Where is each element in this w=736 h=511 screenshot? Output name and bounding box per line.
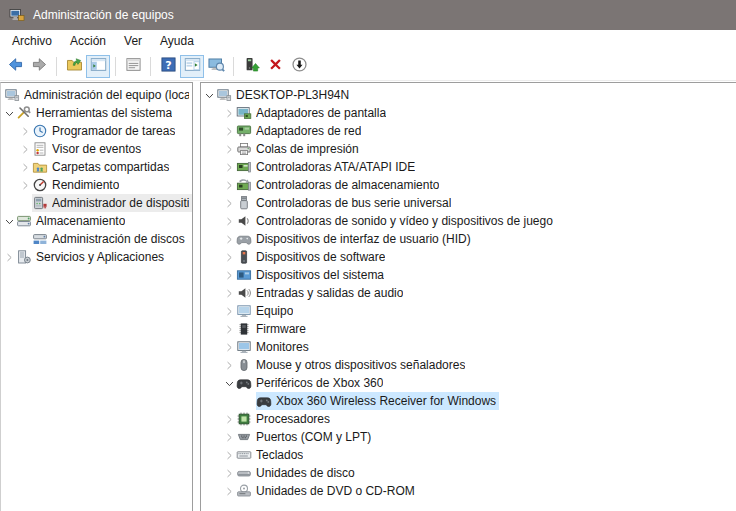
- chevron-expanded-icon[interactable]: [3, 106, 16, 120]
- tree-item-controladoras-ata-atapi-ide[interactable]: Controladoras ATA/ATAPI IDE: [201, 158, 736, 176]
- tree-item-adaptadores-de-pantalla[interactable]: Adaptadores de pantalla: [201, 104, 736, 122]
- remote-computer-button[interactable]: [204, 55, 228, 78]
- disk-drive-icon: [236, 465, 252, 481]
- chevron-collapsed-icon[interactable]: [223, 358, 236, 372]
- tree-item-firmware[interactable]: Firmware: [201, 320, 736, 338]
- tree-item-programador-de-tareas[interactable]: Programador de tareas: [1, 122, 192, 140]
- tree-item-controladoras-de-sonido-y-video-y-dispositivos-de-juego[interactable]: Controladoras de sonido y vídeo y dispos…: [201, 212, 736, 230]
- tree-item-label: DESKTOP-PL3H94N: [236, 88, 349, 102]
- tree-item-controladoras-de-almacenamiento[interactable]: Controladoras de almacenamiento: [201, 176, 736, 194]
- tree-item-colas-de-impresion[interactable]: Colas de impresión: [201, 140, 736, 158]
- disk-management-icon: [32, 231, 48, 247]
- tree-item-administracion-de-discos[interactable]: Administración de discos: [1, 230, 192, 248]
- tree-item-adaptadores-de-red[interactable]: Adaptadores de red: [201, 122, 736, 140]
- tree-item-rendimiento[interactable]: Rendimiento: [1, 176, 192, 194]
- chevron-collapsed-icon[interactable]: [223, 124, 236, 138]
- tree-item-dispositivos-del-sistema[interactable]: Dispositivos del sistema: [201, 266, 736, 284]
- tree-item-perifericos-de-xbox-360[interactable]: Periféricos de Xbox 360: [201, 374, 736, 392]
- chevron-expanded-icon[interactable]: [3, 214, 16, 228]
- chevron-collapsed-icon[interactable]: [223, 106, 236, 120]
- tree-item-controladoras-de-bus-serie-universal[interactable]: Controladoras de bus serie universal: [201, 194, 736, 212]
- menu-ayuda[interactable]: Ayuda: [151, 31, 203, 51]
- chevron-collapsed-icon[interactable]: [223, 430, 236, 444]
- tree-item-monitores[interactable]: Monitores: [201, 338, 736, 356]
- uninstall-x-icon: [267, 56, 284, 76]
- chevron-spacer: [243, 394, 256, 408]
- chevron-collapsed-icon[interactable]: [223, 448, 236, 462]
- tree-item-desktop-pl3h94n[interactable]: DESKTOP-PL3H94N: [201, 86, 736, 104]
- usb-icon: [236, 195, 252, 211]
- forward-button[interactable]: [27, 55, 51, 78]
- back-button[interactable]: [3, 55, 27, 78]
- tree-item-content: Xbox 360 Wireless Receiver for Windows: [256, 392, 499, 410]
- software-device-icon: [236, 249, 252, 265]
- chevron-collapsed-icon[interactable]: [223, 160, 236, 174]
- chevron-expanded-icon[interactable]: [223, 376, 236, 390]
- chevron-collapsed-icon[interactable]: [223, 304, 236, 318]
- chevron-collapsed-icon[interactable]: [19, 178, 32, 192]
- disable-device-button[interactable]: [287, 55, 311, 78]
- task-scheduler-icon: [32, 123, 48, 139]
- chevron-collapsed-icon[interactable]: [223, 286, 236, 300]
- help-icon: ?: [160, 56, 177, 76]
- tree-item-servicios-y-aplicaciones[interactable]: Servicios y Aplicaciones: [1, 248, 192, 266]
- tree-item-entradas-y-salidas-de-audio[interactable]: Entradas y salidas de audio: [201, 284, 736, 302]
- menu-ver[interactable]: Ver: [115, 31, 151, 51]
- tree-item-label: Colas de impresión: [256, 142, 359, 156]
- tree-item-procesadores[interactable]: Procesadores: [201, 410, 736, 428]
- processor-icon: [236, 411, 252, 427]
- tree-item-dispositivos-de-software[interactable]: Dispositivos de software: [201, 248, 736, 266]
- chevron-collapsed-icon[interactable]: [223, 268, 236, 282]
- chevron-collapsed-icon[interactable]: [19, 124, 32, 138]
- chevron-expanded-icon[interactable]: [203, 88, 216, 102]
- tree-item-label: Rendimiento: [52, 178, 119, 192]
- storage-controller-icon: [236, 177, 252, 193]
- console-tree-pane[interactable]: Administración del equipo (local)Herrami…: [0, 82, 193, 511]
- chevron-collapsed-icon[interactable]: [223, 484, 236, 498]
- tree-item-unidades-de-dvd-o-cd-rom[interactable]: Unidades de DVD o CD-ROM: [201, 482, 736, 500]
- tree-item-content: Dispositivos de interfaz de usuario (HID…: [236, 230, 474, 248]
- tree-item-dispositivos-de-interfaz-de-usuario-hid[interactable]: Dispositivos de interfaz de usuario (HID…: [201, 230, 736, 248]
- tree-item-label: Firmware: [256, 322, 306, 336]
- tree-item-mouse-y-otros-dispositivos-senaladores[interactable]: Mouse y otros dispositivos señaladores: [201, 356, 736, 374]
- chevron-collapsed-icon[interactable]: [223, 178, 236, 192]
- device-tree-pane[interactable]: DESKTOP-PL3H94NAdaptadores de pantallaAd…: [200, 82, 736, 511]
- chevron-collapsed-icon[interactable]: [223, 214, 236, 228]
- chevron-collapsed-icon[interactable]: [3, 250, 16, 264]
- menu-archivo[interactable]: Archivo: [3, 31, 61, 51]
- show-action-pane-button[interactable]: [180, 55, 204, 78]
- chevron-collapsed-icon[interactable]: [223, 340, 236, 354]
- tree-item-equipo[interactable]: Equipo: [201, 302, 736, 320]
- tree-item-xbox-360-wireless-receiver-for-windows[interactable]: Xbox 360 Wireless Receiver for Windows: [201, 392, 736, 410]
- tree-item-unidades-de-disco[interactable]: Unidades de disco: [201, 464, 736, 482]
- chevron-collapsed-icon[interactable]: [223, 322, 236, 336]
- chevron-collapsed-icon[interactable]: [223, 196, 236, 210]
- chevron-collapsed-icon[interactable]: [19, 142, 32, 156]
- content-area: Administración del equipo (local)Herrami…: [0, 81, 736, 511]
- update-driver-button[interactable]: [239, 55, 263, 78]
- tree-item-content: Administración de discos: [32, 230, 188, 248]
- tree-item-herramientas-del-sistema[interactable]: Herramientas del sistema: [1, 104, 192, 122]
- chevron-collapsed-icon[interactable]: [223, 412, 236, 426]
- help-button[interactable]: ?: [156, 55, 180, 78]
- tree-item-puertos-com-y-lpt[interactable]: Puertos (COM y LPT): [201, 428, 736, 446]
- chevron-collapsed-icon[interactable]: [223, 250, 236, 264]
- tree-item-administrador-de-dispositivos[interactable]: Administrador de dispositivos: [1, 194, 192, 212]
- export-list-button[interactable]: [62, 55, 86, 78]
- tree-item-administracion-del-equipo-local[interactable]: Administración del equipo (local): [1, 86, 192, 104]
- tree-item-carpetas-compartidas[interactable]: Carpetas compartidas: [1, 158, 192, 176]
- monitor-icon: [236, 339, 252, 355]
- tree-item-content: Herramientas del sistema: [16, 104, 175, 122]
- chevron-collapsed-icon[interactable]: [223, 142, 236, 156]
- uninstall-device-button[interactable]: [263, 55, 287, 78]
- chevron-collapsed-icon[interactable]: [19, 160, 32, 174]
- tree-item-almacenamiento[interactable]: Almacenamiento: [1, 212, 192, 230]
- menu-accion[interactable]: Acción: [61, 31, 115, 51]
- show-console-tree-button[interactable]: [86, 55, 110, 78]
- tree-item-teclados[interactable]: Teclados: [201, 446, 736, 464]
- properties-button[interactable]: [121, 55, 145, 78]
- chevron-collapsed-icon[interactable]: [223, 232, 236, 246]
- tree-item-visor-de-eventos[interactable]: Visor de eventos: [1, 140, 192, 158]
- chevron-collapsed-icon[interactable]: [223, 466, 236, 480]
- tree-item-label: Administrador de dispositivos: [52, 196, 189, 210]
